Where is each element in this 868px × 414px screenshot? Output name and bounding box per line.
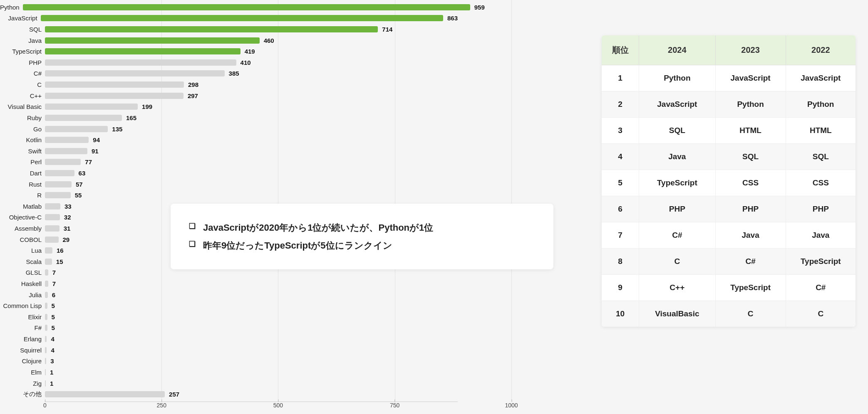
bar-value: 1 — [50, 380, 53, 387]
bar-row: R55 — [0, 191, 458, 200]
bar-track: 5 — [45, 324, 458, 333]
bar-row: C++297 — [0, 91, 458, 100]
table-cell: 5 — [602, 170, 639, 196]
bar-value: 55 — [75, 192, 82, 199]
bar-row: Squirrel4 — [0, 346, 458, 355]
bar — [45, 247, 52, 254]
bar-label: Swift — [0, 148, 45, 155]
bar-row: Python959 — [0, 3, 458, 12]
bar-track: 297 — [45, 91, 458, 100]
bar-value: 7 — [52, 269, 56, 276]
bar-label: SQL — [0, 26, 45, 33]
bar — [45, 314, 47, 320]
table-cell: 10 — [602, 301, 639, 327]
grid-line — [511, 0, 512, 402]
ranking-table: 順位 2024 2023 2022 1PythonJavaScriptJavaS… — [602, 35, 856, 327]
table-cell: TypeScript — [716, 275, 786, 301]
bullet-icon: ❏ — [189, 238, 196, 250]
table-header-row: 順位 2024 2023 2022 — [602, 35, 856, 65]
bar-row: C298 — [0, 80, 458, 89]
bullet-icon: ❏ — [189, 220, 196, 232]
bar-label: Kotlin — [0, 136, 45, 143]
bar-track: 4 — [45, 335, 458, 343]
bar-track: 3 — [45, 357, 458, 366]
bar-row: Visual Basic199 — [0, 103, 458, 111]
bar-row: Elm1 — [0, 368, 458, 377]
bar — [45, 70, 225, 76]
bar-label: Common Lisp — [0, 302, 45, 309]
bar-row: Kotlin94 — [0, 136, 458, 144]
bar-track: 77 — [45, 158, 458, 167]
table-cell: 8 — [602, 249, 639, 275]
bar — [45, 303, 47, 309]
bar — [45, 159, 81, 165]
bar-value: 31 — [64, 225, 71, 232]
bar — [45, 115, 122, 121]
bar-track: 1 — [45, 368, 458, 377]
bar — [45, 48, 241, 54]
bar-track: 5 — [45, 313, 458, 321]
bar-track: 135 — [45, 125, 458, 133]
bar-value: 1 — [50, 369, 53, 376]
bar — [45, 336, 47, 342]
bar-label: Perl — [0, 158, 45, 165]
table-header: 2022 — [786, 35, 856, 65]
table-cell: CSS — [786, 170, 856, 196]
bar-value: 4 — [51, 335, 54, 343]
bar — [45, 104, 138, 110]
bar-label: Python — [0, 4, 23, 11]
table-cell: C — [786, 301, 856, 327]
bar-value: 135 — [112, 126, 122, 133]
bar-label: Java — [0, 37, 45, 44]
table-cell: Python — [639, 65, 716, 91]
bar-value: 6 — [52, 291, 55, 298]
bar-label: その他 — [0, 390, 45, 398]
bar-row: F#5 — [0, 324, 458, 333]
annotation-item: ❏ 昨年9位だったTypeScriptが5位にランクイン — [189, 238, 535, 253]
bar-track: 257 — [45, 390, 458, 399]
bar-value: 419 — [245, 48, 255, 55]
x-tick: 1000 — [505, 402, 518, 409]
table-cell: C — [716, 301, 786, 327]
bar-label: R — [0, 192, 45, 199]
bar-row: Zig1 — [0, 379, 458, 388]
bar — [45, 214, 60, 220]
bar-row: Dart63 — [0, 169, 458, 177]
bar-track: 7 — [45, 279, 458, 288]
bar — [45, 126, 108, 132]
bar-value: 15 — [56, 258, 63, 265]
table-row: 8CC#TypeScript — [602, 249, 856, 275]
bar-value: 959 — [474, 4, 485, 11]
bar-track: 55 — [45, 191, 458, 200]
bar-value: 165 — [126, 114, 136, 121]
bar-label: Haskell — [0, 280, 45, 287]
bar-row: Go135 — [0, 125, 458, 133]
bar-value: 3 — [50, 357, 54, 365]
bar-row: Java460 — [0, 36, 458, 45]
bar-row: TypeScript419 — [0, 47, 458, 56]
bar-value: 16 — [57, 247, 64, 254]
bar — [45, 237, 59, 243]
bar-track: 460 — [45, 36, 458, 45]
bar-label: Assembly — [0, 225, 45, 232]
bar-track: 714 — [45, 25, 458, 34]
bar — [45, 81, 184, 88]
table-cell: 2 — [602, 91, 639, 118]
bar — [45, 281, 48, 287]
table-cell: JavaScript — [786, 65, 856, 91]
table-header: 順位 — [602, 35, 639, 65]
bar-label: Ruby — [0, 114, 45, 121]
table-row: 2JavaScriptPythonPython — [602, 91, 856, 118]
annotation-box: ❏ JavaScriptが2020年から1位が続いたが、Pythonが1位 ❏ … — [171, 204, 553, 269]
bar-label: Dart — [0, 170, 45, 177]
bar-row: C#385 — [0, 69, 458, 78]
bar-value: 94 — [93, 136, 100, 143]
bar-value: 863 — [447, 15, 458, 22]
bar — [45, 269, 48, 276]
bar-value: 297 — [188, 92, 198, 99]
bar-label: PHP — [0, 59, 45, 66]
table-row: 10VisualBasicCC — [602, 301, 856, 327]
bar-label: C — [0, 81, 45, 88]
table-header: 2023 — [716, 35, 786, 65]
bar-row: Ruby165 — [0, 113, 458, 122]
